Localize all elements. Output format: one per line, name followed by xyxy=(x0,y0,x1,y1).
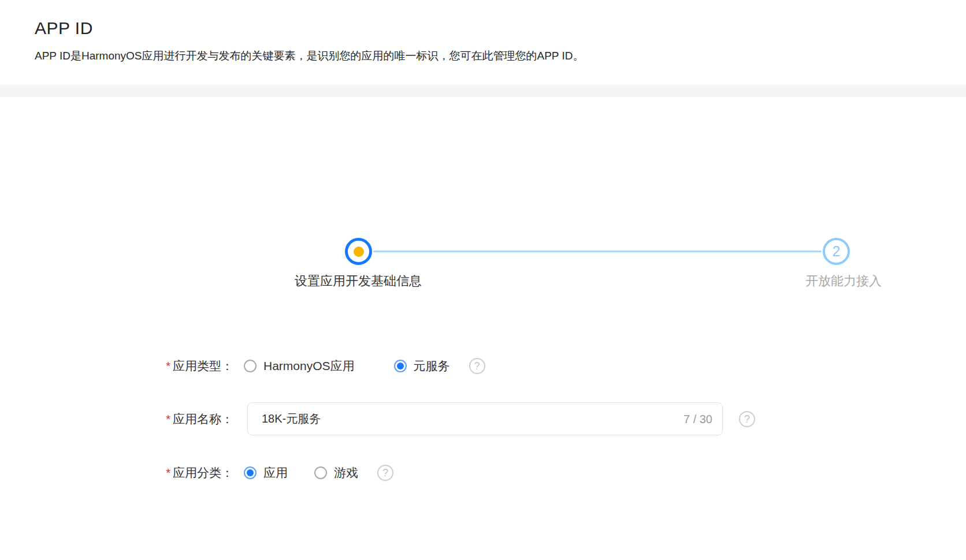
step-1-active-dot-icon xyxy=(354,247,364,257)
app-category-label: *应用分类： xyxy=(146,465,233,481)
page-title: APP ID xyxy=(35,18,93,38)
main-content: 2 设置应用开发基础信息 开放能力接入 *应用类型： HarmonyOS应用 元… xyxy=(0,97,966,560)
app-name-input[interactable] xyxy=(247,402,723,435)
step-1-indicator-active xyxy=(345,238,372,265)
form-row-app-type: *应用类型： HarmonyOS应用 元服务 ? xyxy=(146,357,485,375)
radio-option-label[interactable]: HarmonyOS应用 xyxy=(263,358,355,374)
radio-option-label[interactable]: 游戏 xyxy=(334,465,358,481)
radio-unchecked-icon[interactable] xyxy=(314,466,327,479)
app-name-label: *应用名称： xyxy=(146,411,233,427)
form-row-app-category: *应用分类： 应用 游戏 ? xyxy=(146,464,393,481)
app-type-help-icon[interactable]: ? xyxy=(469,358,485,374)
app-type-label: *应用类型： xyxy=(146,358,233,374)
step-1-label: 设置应用开发基础信息 xyxy=(272,272,445,290)
radio-option-atomic-service[interactable]: 元服务 xyxy=(394,358,450,374)
radio-option-game[interactable]: 游戏 xyxy=(314,465,358,481)
char-counter: 7 / 30 xyxy=(683,412,712,425)
page-header: APP ID APP ID是HarmonyOS应用进行开发与发布的关键要素，是识… xyxy=(0,0,966,85)
radio-option-application[interactable]: 应用 xyxy=(244,465,288,481)
required-asterisk: * xyxy=(166,360,170,372)
section-divider xyxy=(0,85,966,97)
radio-unchecked-icon[interactable] xyxy=(244,360,257,372)
radio-option-harmonyos-app[interactable]: HarmonyOS应用 xyxy=(244,358,355,374)
form-row-app-name: *应用名称： 7 / 30 ? xyxy=(146,402,755,435)
radio-checked-icon[interactable] xyxy=(394,360,407,372)
app-name-help-icon[interactable]: ? xyxy=(739,411,755,427)
radio-option-label[interactable]: 应用 xyxy=(263,465,288,481)
step-2-indicator: 2 xyxy=(823,238,850,265)
stepper-connector-line xyxy=(373,251,822,252)
app-name-input-wrap: 7 / 30 xyxy=(247,402,723,435)
step-2-label: 开放能力接入 xyxy=(757,272,930,290)
required-asterisk: * xyxy=(166,466,170,479)
radio-option-label[interactable]: 元服务 xyxy=(414,358,450,374)
step-2-number: 2 xyxy=(833,243,841,260)
page-description: APP ID是HarmonyOS应用进行开发与发布的关键要素，是识别您的应用的唯… xyxy=(35,48,584,64)
required-asterisk: * xyxy=(166,413,170,425)
radio-checked-icon[interactable] xyxy=(244,466,257,479)
app-category-help-icon[interactable]: ? xyxy=(377,465,393,481)
